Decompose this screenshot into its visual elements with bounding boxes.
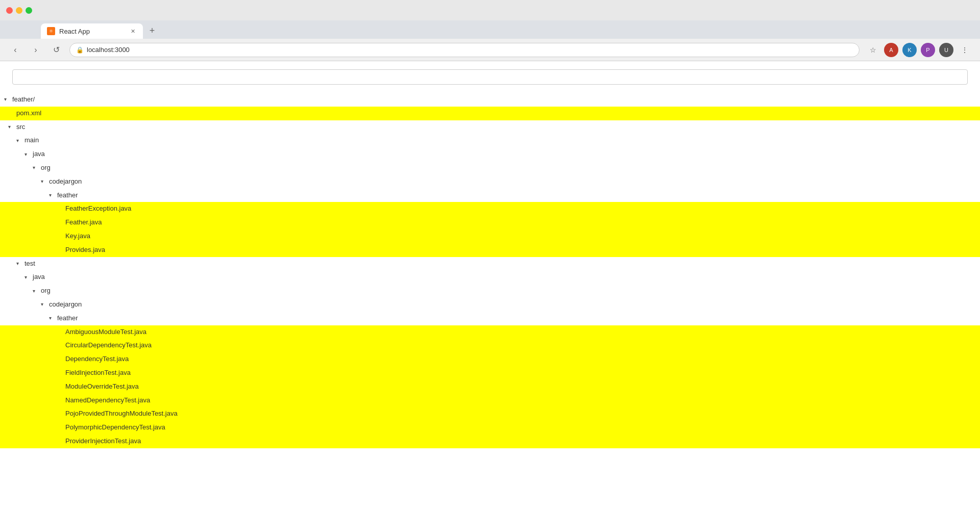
tree-item-pojo-provided-test[interactable]: PojoProvidedThroughModuleTest.java: [0, 407, 980, 421]
reload-button[interactable]: ↺: [49, 43, 63, 57]
tree-item-root[interactable]: feather/: [0, 93, 980, 107]
tree-item-test[interactable]: test: [0, 257, 980, 271]
browser-actions: ☆ A K P U ⋮: [866, 43, 972, 57]
chevron-icon-org-main: [33, 164, 41, 172]
active-tab[interactable]: ⚛ React App ✕: [41, 23, 143, 39]
page-content: feather/ pom.xml src main java org: [0, 61, 980, 454]
url-bar[interactable]: 🔒 localhost:3000: [69, 43, 860, 57]
chevron-icon-java-test: [24, 273, 33, 282]
chevron-icon-codejargon-main: [41, 177, 49, 186]
address-bar: ‹ › ↺ 🔒 localhost:3000 ☆ A K P U ⋮: [0, 39, 980, 61]
tree-item-dependency-test[interactable]: DependencyTest.java: [0, 352, 980, 366]
tree-item-org-main[interactable]: org: [0, 161, 980, 175]
tree-item-key-java[interactable]: Key.java: [0, 230, 980, 243]
tab-bar: ⚛ React App ✕ +: [0, 20, 980, 39]
codejargon-main-label: codejargon: [49, 176, 82, 187]
profile-button-3[interactable]: P: [921, 43, 935, 57]
codejargon-test-label: codejargon: [49, 299, 82, 310]
search-container: [0, 67, 980, 93]
profile-button-1[interactable]: A: [884, 43, 898, 57]
chevron-icon-main: [16, 137, 24, 145]
tree-item-circular-dependency-test[interactable]: CircularDependencyTest.java: [0, 339, 980, 352]
minimize-button[interactable]: [16, 7, 22, 14]
named-dependency-test-label: NamedDependencyTest.java: [65, 395, 150, 406]
search-input[interactable]: [12, 69, 968, 85]
menu-button[interactable]: ⋮: [958, 43, 972, 57]
title-bar: [0, 0, 980, 20]
tree-item-src[interactable]: src: [0, 120, 980, 134]
profile-button-2[interactable]: K: [902, 43, 917, 57]
java-main-label: java: [33, 149, 45, 160]
provides-java-label: Provides.java: [65, 245, 105, 256]
chevron-icon-java-main: [24, 150, 33, 159]
maximize-button[interactable]: [26, 7, 32, 14]
pojo-provided-test-label: PojoProvidedThroughModuleTest.java: [65, 409, 178, 419]
circular-dependency-test-label: CircularDependencyTest.java: [65, 340, 152, 351]
chevron-icon-org-test: [33, 287, 41, 295]
provider-injection-test-label: ProviderInjectionTest.java: [65, 436, 141, 447]
tree-item-module-override-test[interactable]: ModuleOverrideTest.java: [0, 380, 980, 394]
chevron-icon-test: [16, 260, 24, 268]
chevron-icon-feather-test: [49, 314, 57, 322]
feather-main-label: feather: [57, 190, 78, 201]
tree-item-polymorphic-dependency-test[interactable]: PolymorphicDependencyTest.java: [0, 421, 980, 435]
chevron-icon-feather-main: [49, 191, 57, 199]
tree-item-java-test[interactable]: java: [0, 270, 980, 284]
dependency-test-label: DependencyTest.java: [65, 354, 129, 365]
feather-exception-label: FeatherException.java: [65, 203, 131, 214]
lock-icon: 🔒: [76, 46, 84, 54]
tree-item-codejargon-main[interactable]: codejargon: [0, 175, 980, 189]
key-java-label: Key.java: [65, 231, 90, 242]
tree-item-named-dependency-test[interactable]: NamedDependencyTest.java: [0, 394, 980, 407]
chevron-icon-codejargon-test: [41, 300, 49, 309]
feather-java-label: Feather.java: [65, 217, 102, 228]
tab-title: React App: [59, 28, 125, 35]
back-button[interactable]: ‹: [8, 43, 22, 57]
tree-item-pom-xml[interactable]: pom.xml: [0, 107, 980, 120]
file-tree: feather/ pom.xml src main java org: [0, 93, 980, 448]
tree-item-provider-injection-test[interactable]: ProviderInjectionTest.java: [0, 435, 980, 448]
tree-item-codejargon-test[interactable]: codejargon: [0, 298, 980, 312]
tree-item-feather-main[interactable]: feather: [0, 189, 980, 202]
module-override-test-label: ModuleOverrideTest.java: [65, 381, 139, 392]
forward-button[interactable]: ›: [29, 43, 43, 57]
tree-item-feather-exception[interactable]: FeatherException.java: [0, 202, 980, 216]
browser-frame: ⚛ React App ✕ + ‹ › ↺ 🔒 localhost:3000 ☆…: [0, 0, 980, 61]
tree-item-provides-java[interactable]: Provides.java: [0, 243, 980, 257]
tree-item-feather-java[interactable]: Feather.java: [0, 216, 980, 230]
tree-item-java-main[interactable]: java: [0, 147, 980, 161]
tree-item-org-test[interactable]: org: [0, 284, 980, 298]
org-main-label: org: [41, 163, 51, 173]
main-label: main: [24, 135, 39, 146]
tree-item-ambiguous-module-test[interactable]: AmbiguousModuleTest.java: [0, 325, 980, 339]
tree-item-feather-test[interactable]: feather: [0, 312, 980, 325]
org-test-label: org: [41, 286, 51, 296]
java-test-label: java: [33, 272, 45, 283]
pom-xml-label: pom.xml: [16, 108, 41, 119]
chevron-icon-src: [8, 123, 16, 131]
polymorphic-dependency-test-label: PolymorphicDependencyTest.java: [65, 422, 165, 433]
close-button[interactable]: [6, 7, 13, 14]
new-tab-button[interactable]: +: [145, 23, 159, 38]
feather-test-label: feather: [57, 313, 78, 324]
tree-item-field-injection-test[interactable]: FieldInjectionTest.java: [0, 366, 980, 380]
bookmark-button[interactable]: ☆: [866, 43, 880, 57]
tree-item-main[interactable]: main: [0, 134, 980, 147]
ambiguous-module-test-label: AmbiguousModuleTest.java: [65, 327, 146, 338]
traffic-lights: [6, 7, 32, 14]
profile-button-4[interactable]: U: [939, 43, 953, 57]
tab-favicon: ⚛: [47, 27, 55, 35]
chevron-icon-root: [4, 95, 12, 104]
field-injection-test-label: FieldInjectionTest.java: [65, 368, 131, 378]
root-label: feather/: [12, 94, 35, 105]
url-text: localhost:3000: [87, 46, 130, 54]
src-label: src: [16, 122, 25, 133]
test-label: test: [24, 259, 35, 269]
tab-close-button[interactable]: ✕: [129, 27, 137, 35]
